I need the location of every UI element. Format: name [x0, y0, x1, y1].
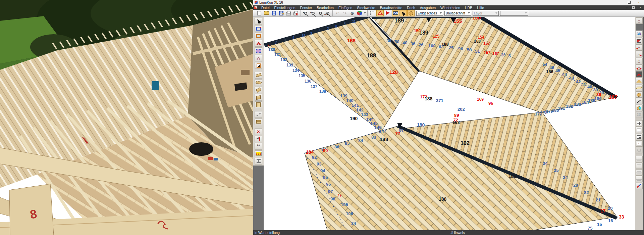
beam-view-button[interactable]	[636, 91, 643, 98]
view-cube-button[interactable]	[356, 10, 363, 16]
undo-button[interactable]: ↶	[334, 10, 341, 16]
member-number-label: 188	[425, 96, 433, 101]
tiled-window-icon	[637, 122, 641, 125]
window-single-button[interactable]	[636, 127, 643, 133]
view-right-button[interactable]: ⌂▶	[636, 51, 643, 57]
window-tile-button[interactable]	[636, 120, 643, 127]
print-settings-button[interactable]	[292, 10, 300, 16]
roof-section-icon	[637, 39, 641, 43]
view-front-button[interactable]: ⌂	[636, 58, 643, 64]
beam-view-toggle[interactable]	[407, 10, 415, 16]
zoom-page-icon	[319, 12, 322, 15]
steel-beam-tool[interactable]	[255, 158, 262, 164]
roof-tool[interactable]	[255, 40, 262, 47]
window-detail-button[interactable]	[636, 134, 643, 140]
menu-item-einfügen[interactable]: Einfügen	[336, 6, 355, 10]
open-button[interactable]	[263, 10, 270, 16]
menu-item-dach[interactable]: Dach	[405, 6, 418, 10]
restore-button[interactable]	[628, 1, 631, 4]
member-number-label: 26	[419, 42, 423, 47]
redo-button[interactable]: ↷	[341, 10, 348, 16]
view-rotate-button[interactable]: ⌂◀▶	[636, 64, 643, 71]
beam-highlight-button[interactable]	[636, 105, 643, 111]
minimize-button[interactable]: –	[618, 1, 620, 4]
measure-button[interactable]	[636, 98, 643, 104]
left-tool-palette: ⌂ × 1,0↔ 1 2 3	[253, 17, 264, 230]
view-2d-button[interactable]: 2D	[636, 111, 643, 118]
menu-item-einstellungen[interactable]: Einstellungen	[272, 6, 298, 10]
close-button[interactable]: ×	[638, 1, 640, 4]
roof-model: 1891551901681881281891501251881541881577…	[264, 17, 635, 230]
view-left-button[interactable]: ⌂◀	[636, 44, 643, 51]
diagonal-tool-button[interactable]	[636, 183, 643, 189]
member-number-label: 186	[546, 69, 553, 74]
member-number-label: 187	[609, 94, 617, 100]
member-number-label: 188	[474, 39, 481, 44]
photo-drill	[152, 81, 159, 90]
delete-tool[interactable]: ×	[255, 128, 262, 135]
save-as-button[interactable]	[277, 10, 285, 16]
zoom-page-button[interactable]	[317, 10, 324, 16]
member-number-label: 157	[484, 50, 490, 55]
new-button[interactable]	[255, 10, 263, 16]
purlin-tool[interactable]	[255, 72, 262, 79]
menu-item-wiederholen[interactable]: Wiederholen	[438, 6, 463, 10]
menu-item-bauabschnitte[interactable]: Bauabschnitte	[378, 6, 405, 10]
plane-view-button[interactable]	[636, 85, 643, 91]
roof-corner-button[interactable]	[636, 71, 643, 78]
print-button[interactable]	[285, 10, 292, 16]
zoom-out-button[interactable]: −	[309, 10, 317, 16]
menu-item-hilfe[interactable]: Hilfe	[475, 6, 486, 10]
view-3d-button[interactable]: 3D	[636, 31, 643, 37]
save-button[interactable]	[270, 10, 277, 16]
paneling-tool[interactable]	[255, 101, 262, 108]
plate-tool[interactable]	[255, 79, 262, 86]
menu-item-datei[interactable]: Datei	[259, 6, 272, 10]
member-number-label: 25	[449, 45, 453, 50]
building-tool[interactable]: ⌂	[255, 55, 262, 61]
storey-select[interactable]: Erdgeschoss	[416, 11, 443, 16]
menu-item-bearbeiten[interactable]: Bearbeiten	[314, 6, 336, 10]
surface-toggle[interactable]	[392, 10, 399, 16]
snap-toggle[interactable]	[369, 10, 376, 16]
joint-tool[interactable]	[255, 87, 262, 93]
menu-item-ausgaben[interactable]: Ausgaben	[418, 6, 438, 10]
opening-tool[interactable]	[255, 62, 262, 69]
member-number-label: 169	[477, 97, 484, 102]
auxiliary-line-tool[interactable]	[255, 111, 262, 118]
member-number-label: 137	[311, 84, 317, 89]
wood-list-tool[interactable]	[255, 119, 262, 125]
window-tool[interactable]	[255, 33, 262, 39]
machining-tool[interactable]	[255, 136, 262, 142]
wall-tool[interactable]	[255, 25, 262, 32]
zoom-in-button[interactable]: +	[302, 10, 309, 16]
ceiling-tool[interactable]	[255, 47, 262, 54]
plan-view-button[interactable]: ⌂	[636, 17, 643, 24]
building-section-select[interactable]: Bauabschnitt	[444, 11, 471, 16]
numbering-tool[interactable]: 1 2 3	[255, 150, 262, 157]
menu-item-hrb[interactable]: HRB	[463, 6, 475, 10]
zoom-all-button[interactable]: A-Ω	[324, 10, 331, 16]
dimension-tool[interactable]: 1,0↔	[255, 143, 262, 150]
red-flag-icon	[386, 11, 390, 15]
member-number-label: 106	[346, 211, 353, 216]
view-cube-dropdown[interactable]	[363, 10, 366, 16]
select-toggle[interactable]	[399, 10, 407, 16]
center-target-button[interactable]: ⊕	[348, 10, 356, 16]
roof-edit-toggle[interactable]	[376, 10, 384, 16]
marker-toggle[interactable]	[384, 10, 391, 16]
door-icon	[257, 63, 261, 68]
beam-cyan-icon	[636, 106, 642, 110]
beam-icon	[636, 93, 642, 97]
truss-view-button[interactable]	[636, 78, 643, 84]
model-canvas[interactable]: 1891551901681881281891501251881541881577…	[264, 17, 635, 230]
menu-item-stockwerke[interactable]: Stockwerke	[355, 6, 377, 10]
select-tool[interactable]	[255, 18, 262, 25]
menu-item-fenster[interactable]: Fenster	[298, 6, 315, 10]
block-tool[interactable]	[255, 94, 262, 101]
child-minimize-button[interactable]: –	[626, 6, 628, 9]
child-close-button[interactable]: ×	[639, 6, 641, 9]
window-confirm-button[interactable]	[636, 140, 643, 147]
roof-section-button[interactable]	[636, 38, 643, 44]
child-restore-button[interactable]	[632, 6, 635, 9]
